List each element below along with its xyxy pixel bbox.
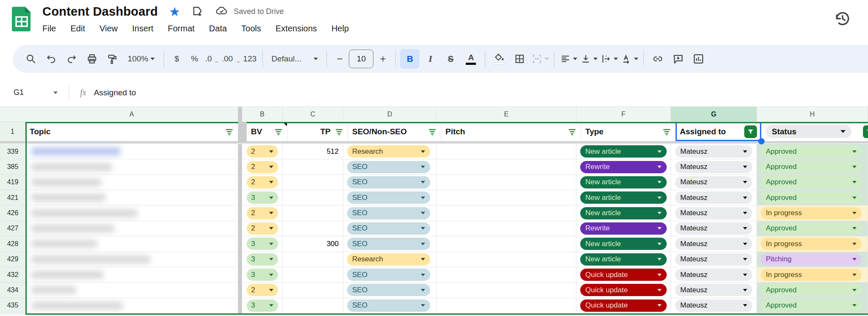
bv-dropdown-chip[interactable]: 2 [247, 284, 278, 296]
star-icon[interactable]: ★ [169, 6, 180, 18]
cell-pitch-385[interactable] [437, 159, 576, 175]
cell-seo-428[interactable]: SEO [343, 236, 437, 252]
bv-dropdown-chip[interactable]: 3 [247, 191, 278, 204]
cell-seo-432[interactable]: SEO [343, 267, 437, 283]
cell-tp-419[interactable] [283, 175, 343, 190]
cell-type-427[interactable]: Rewrite [576, 221, 671, 236]
cell-seo-434[interactable]: SEO [343, 283, 437, 298]
assignee-dropdown-chip[interactable]: Mateusz [675, 284, 752, 296]
assignee-dropdown-chip[interactable]: Mateusz [675, 253, 752, 266]
filter-icon[interactable] [662, 128, 671, 136]
row-number-426[interactable]: 426 [0, 205, 25, 221]
cell-assigned-432[interactable]: Mateusz [671, 267, 757, 283]
cell-type-419[interactable]: New article [576, 175, 671, 190]
type-dropdown-chip[interactable]: New article [580, 176, 667, 188]
borders-icon[interactable] [510, 49, 529, 69]
cell-seo-429[interactable]: Research [343, 252, 437, 267]
row-number-1[interactable]: 1 [0, 122, 25, 141]
cell-pitch-427[interactable] [437, 221, 576, 236]
cell-type-434[interactable]: Quick update [576, 283, 671, 298]
cell-bv-385[interactable]: 2 [242, 159, 283, 175]
format-percent-button[interactable]: % [186, 49, 203, 69]
header-cell-status[interactable]: Status [762, 122, 868, 141]
seo-dropdown-chip[interactable]: SEO [347, 176, 430, 188]
insert-comment-icon[interactable] [668, 49, 688, 69]
cell-type-428[interactable]: New article [576, 236, 671, 252]
cell-assigned-428[interactable]: Mateusz [671, 236, 757, 252]
formula-input[interactable]: Assigned to [94, 88, 136, 97]
menu-extensions[interactable]: Extensions [275, 24, 317, 33]
document-title[interactable]: Content Dashboard [42, 5, 158, 19]
row-number-385[interactable]: 385 [0, 159, 25, 175]
cell-assigned-427[interactable]: Mateusz [671, 221, 757, 236]
status-dropdown-chip[interactable]: Approved [761, 299, 862, 312]
cell-pitch-421[interactable] [437, 190, 576, 205]
cell-bv-435[interactable]: 3 [242, 298, 283, 313]
assignee-dropdown-chip[interactable]: Mateusz [675, 238, 752, 250]
font-size-input[interactable]: 10 [349, 50, 373, 68]
filter-icon[interactable] [568, 128, 576, 136]
column-header-B[interactable]: B [242, 107, 283, 122]
cell-status-434[interactable]: Approved [757, 283, 868, 298]
cell-bv-339[interactable]: 2 [242, 144, 283, 159]
cell-bv-429[interactable]: 3 [242, 252, 283, 267]
seo-dropdown-chip[interactable]: Research [347, 253, 430, 266]
cell-tp-429[interactable] [283, 252, 343, 267]
cell-type-421[interactable]: New article [576, 190, 671, 205]
cell-assigned-339[interactable]: Mateusz [671, 144, 757, 159]
header-cell-assigned-to[interactable]: Assigned to [676, 122, 762, 141]
cell-topic-429[interactable] [25, 252, 238, 267]
strikethrough-button[interactable]: S [441, 49, 460, 69]
cell-tp-421[interactable] [283, 190, 343, 205]
fill-handle[interactable] [758, 138, 765, 144]
more-formats-button[interactable]: 123 [241, 49, 258, 69]
status-dropdown-chip[interactable]: Approved [761, 176, 862, 188]
cell-status-435[interactable]: Approved [757, 298, 868, 313]
cell-seo-421[interactable]: SEO [343, 190, 437, 205]
bv-dropdown-chip[interactable]: 3 [247, 269, 278, 281]
header-cell-seo-non-seo[interactable]: SEO/Non-SEO [348, 122, 441, 141]
cell-bv-434[interactable]: 2 [242, 283, 283, 298]
cell-status-428[interactable]: In progress [757, 236, 868, 252]
text-wrap-icon[interactable] [599, 49, 619, 69]
cell-status-432[interactable]: In progress [757, 267, 868, 283]
vertical-align-icon[interactable] [579, 49, 598, 69]
cell-status-385[interactable]: Approved [757, 159, 868, 175]
row-number-421[interactable]: 421 [0, 190, 25, 205]
cell-tp-428[interactable]: 300 [283, 236, 343, 252]
cell-bv-432[interactable]: 3 [242, 267, 283, 283]
header-cell-tp[interactable]: TP [287, 122, 348, 141]
text-rotation-icon[interactable] [620, 49, 639, 69]
seo-dropdown-chip[interactable]: SEO [347, 299, 430, 312]
cell-bv-426[interactable]: 2 [242, 205, 283, 221]
seo-dropdown-chip[interactable]: SEO [347, 207, 430, 219]
assignee-dropdown-chip[interactable]: Mateusz [675, 299, 752, 312]
row-number-428[interactable]: 428 [0, 236, 25, 252]
active-filter-icon[interactable] [863, 125, 868, 138]
cell-bv-421[interactable]: 3 [242, 190, 283, 205]
filter-icon[interactable] [428, 128, 437, 136]
cell-tp-434[interactable] [283, 283, 343, 298]
menu-tools[interactable]: Tools [241, 24, 261, 33]
type-dropdown-chip[interactable]: New article [580, 238, 667, 250]
cell-assigned-429[interactable]: Mateusz [671, 252, 757, 267]
cell-topic-385[interactable] [25, 159, 238, 175]
cell-bv-419[interactable]: 2 [242, 175, 283, 190]
active-filter-icon[interactable] [744, 125, 757, 138]
sheets-logo[interactable] [12, 6, 31, 34]
cell-topic-419[interactable] [25, 175, 238, 190]
assignee-dropdown-chip[interactable]: Mateusz [675, 145, 752, 158]
cell-pitch-435[interactable] [437, 298, 576, 313]
seo-dropdown-chip[interactable]: SEO [347, 161, 430, 173]
cell-seo-419[interactable]: SEO [343, 175, 437, 190]
cell-assigned-419[interactable]: Mateusz [671, 175, 757, 190]
menu-format[interactable]: Format [168, 24, 195, 33]
row-number-435[interactable]: 435 [0, 298, 25, 313]
cell-seo-435[interactable]: SEO [343, 298, 437, 313]
insert-chart-icon[interactable] [689, 49, 708, 69]
cell-topic-339[interactable] [25, 144, 238, 159]
cell-assigned-435[interactable]: Mateusz [671, 298, 757, 313]
select-all-corner[interactable] [0, 107, 25, 122]
text-color-button[interactable]: A [461, 49, 481, 69]
label-icon[interactable] [191, 5, 204, 19]
